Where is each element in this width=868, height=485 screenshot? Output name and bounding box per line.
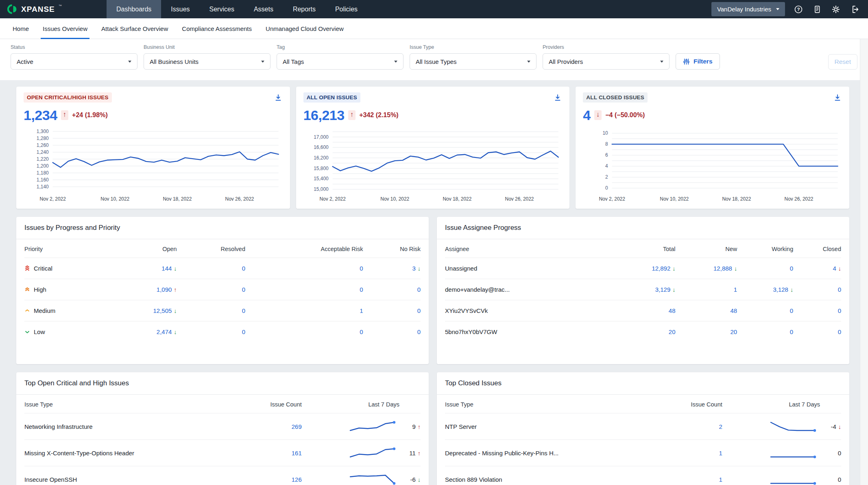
metric-link[interactable]: 0 xyxy=(417,286,421,293)
trend-up-icon: ↑ xyxy=(418,450,421,457)
sparkline-chart xyxy=(769,447,818,459)
reset-button[interactable]: Reset xyxy=(828,54,858,70)
svg-text:1,260: 1,260 xyxy=(37,142,49,148)
chevron-down-icon xyxy=(394,61,397,63)
metric-link[interactable]: 48 xyxy=(669,307,676,314)
svg-text:Nov 18, 2022: Nov 18, 2022 xyxy=(443,196,471,202)
nav-item-issues[interactable]: Issues xyxy=(161,0,199,18)
card-title: Top Closed Issues xyxy=(437,372,849,395)
issue-count-link[interactable]: 1 xyxy=(719,450,722,457)
metric-link[interactable]: 0 xyxy=(838,307,841,314)
stat-value: 4 xyxy=(583,107,590,123)
metric-link[interactable]: 12,888 xyxy=(713,265,732,272)
settings-button[interactable] xyxy=(831,4,841,15)
issue-assignee-progress-card: Issue Assignee Progress AssigneeTotalNew… xyxy=(437,217,849,364)
metric-cell: 3↓ xyxy=(363,258,421,279)
filters-button[interactable]: Filters xyxy=(676,53,720,70)
nav-item-services[interactable]: Services xyxy=(200,0,244,18)
metric-cell: 0 xyxy=(363,321,421,343)
metric-link[interactable]: 0 xyxy=(838,328,841,335)
column-header-new: New xyxy=(676,239,737,258)
metric-link[interactable]: 1 xyxy=(360,307,363,314)
metric-link[interactable]: 0 xyxy=(417,307,421,314)
metric-link[interactable]: 0 xyxy=(360,328,363,335)
priority-cell: Critical xyxy=(24,265,111,272)
tab-issues-overview[interactable]: Issues Overview xyxy=(36,18,94,39)
nav-item-reports[interactable]: Reports xyxy=(283,0,325,18)
metric-link[interactable]: 0 xyxy=(242,286,245,293)
tab-unmanaged-cloud-overview[interactable]: Unmanaged Cloud Overview xyxy=(259,18,351,39)
metric-link[interactable]: 2,474 xyxy=(157,328,172,335)
logout-button[interactable] xyxy=(849,4,860,15)
metric-link[interactable]: 0 xyxy=(242,307,245,314)
delta-value: 0 xyxy=(838,450,841,457)
metric-link[interactable]: 0 xyxy=(838,286,841,293)
metric-link[interactable]: 48 xyxy=(730,307,737,314)
metric-cell: 0 xyxy=(737,321,793,343)
metric-link[interactable]: 144 xyxy=(161,265,172,272)
trend-down-icon: ↓ xyxy=(174,265,177,272)
card-title: Top Open Critical and High Issues xyxy=(16,372,429,395)
metric-link[interactable]: 0 xyxy=(360,265,363,272)
priority-name-cell: Medium xyxy=(24,300,111,321)
issue-count-link[interactable]: 126 xyxy=(292,476,302,483)
nav-item-assets[interactable]: Assets xyxy=(244,0,283,18)
issue-count-link[interactable]: 161 xyxy=(292,450,302,457)
metric-cell: 144↓ xyxy=(111,258,177,279)
table-row: Insecure OpenSSH126-6↓ xyxy=(24,466,421,485)
metric-link[interactable]: 3 xyxy=(412,265,415,272)
status-select[interactable]: Active xyxy=(11,53,137,70)
stat-delta: +24 (1.98%) xyxy=(72,111,108,119)
tab-attack-surface-overview[interactable]: Attack Surface Overview xyxy=(94,18,175,39)
help-button[interactable]: ? xyxy=(793,4,804,15)
metric-link[interactable]: 1,090 xyxy=(157,286,172,293)
business-unit-select[interactable]: All Business Units xyxy=(144,53,270,70)
metric-link[interactable]: 3,129 xyxy=(655,286,671,293)
metric-link[interactable]: 12,505 xyxy=(153,307,172,314)
metric-link[interactable]: 4 xyxy=(833,265,836,272)
column-header-last-7-days: Last 7 Days xyxy=(302,395,421,413)
nav-item-dashboards[interactable]: Dashboards xyxy=(107,0,161,18)
metric-link[interactable]: 0 xyxy=(242,265,245,272)
metric-link[interactable]: 0 xyxy=(417,328,421,335)
download-button[interactable] xyxy=(833,93,842,103)
metric-link[interactable]: 3,128 xyxy=(773,286,788,293)
metric-link[interactable]: 0 xyxy=(790,328,793,335)
download-button[interactable] xyxy=(273,93,283,103)
metric-link[interactable]: 20 xyxy=(730,328,737,335)
last-7-days-cell: 9↑ xyxy=(302,413,421,440)
svg-text:Nov 26, 2022: Nov 26, 2022 xyxy=(225,196,254,202)
nav-item-policies[interactable]: Policies xyxy=(325,0,367,18)
sparkline-row: 0 xyxy=(722,447,841,459)
metric-link[interactable]: 12,892 xyxy=(652,265,670,272)
brand[interactable]: XPANSE ™ xyxy=(0,0,107,18)
metric-link[interactable]: 0 xyxy=(242,328,245,335)
metric-cell: 0 xyxy=(177,279,245,300)
table-row: NTP Server2-4↓ xyxy=(445,413,841,440)
metric-cell: 0 xyxy=(737,300,793,321)
table-header-row: PriorityOpenResolvedAcceptable RiskNo Ri… xyxy=(24,239,421,258)
metric-link[interactable]: 0 xyxy=(360,286,363,293)
account-switcher[interactable]: VanDelay Industries xyxy=(711,2,785,16)
scrollbar-track[interactable] xyxy=(860,39,868,485)
tab-home[interactable]: Home xyxy=(6,18,36,39)
tab-compliance-assessments[interactable]: Compliance Assessments xyxy=(175,18,259,39)
issue-count-link[interactable]: 2 xyxy=(719,423,722,430)
download-button[interactable] xyxy=(553,93,563,103)
svg-text:Nov 10, 2022: Nov 10, 2022 xyxy=(660,196,689,202)
release-notes-button[interactable] xyxy=(812,4,822,15)
metric-link[interactable]: 20 xyxy=(669,328,676,335)
issue-count-link[interactable]: 1 xyxy=(719,476,722,483)
trend-line-chart: 17,00016,60016,20015,80015,40015,000Nov … xyxy=(303,125,563,205)
last-7-days-cell: -4↓ xyxy=(722,413,841,440)
metric-link[interactable]: 1 xyxy=(734,286,737,293)
metric-link[interactable]: 0 xyxy=(790,265,793,272)
priority-name-cell: Low xyxy=(24,321,111,343)
issue-count-link[interactable]: 269 xyxy=(292,423,302,430)
tag-select[interactable]: All Tags xyxy=(277,53,403,70)
issue-type-select[interactable]: All Issue Types xyxy=(410,53,537,70)
nav-right: VanDelay Industries ? xyxy=(711,0,868,18)
metric-link[interactable]: 0 xyxy=(790,307,793,314)
download-icon xyxy=(554,94,562,102)
providers-select[interactable]: All Providers xyxy=(543,53,670,70)
